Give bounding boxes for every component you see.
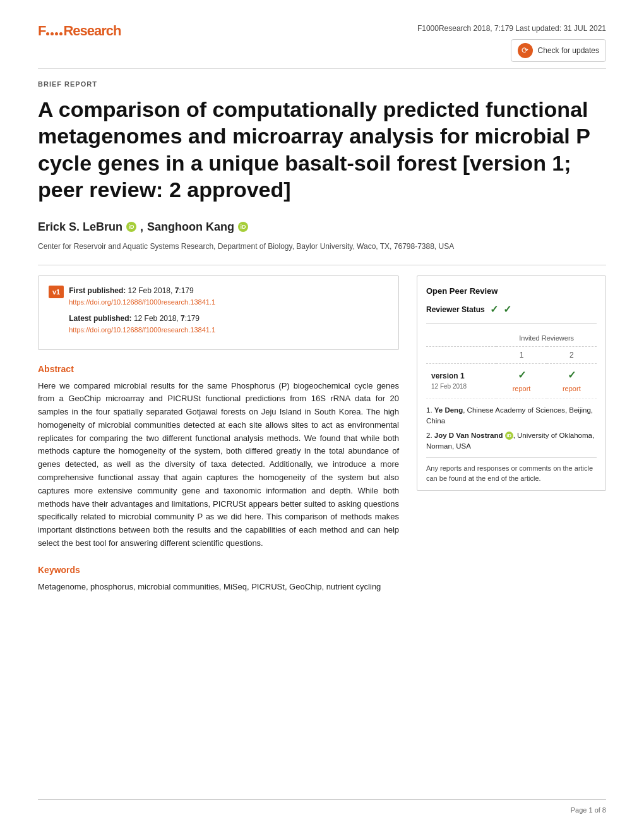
logo-dot-4 — [59, 32, 63, 35]
author-affiliation: Center for Reservoir and Aquatic Systems… — [38, 241, 606, 252]
author-1-orcid-icon[interactable]: iD — [126, 222, 136, 232]
logo-text: F Research — [38, 20, 121, 41]
header-right: F1000Research 2018, 7:179 Last updated: … — [417, 20, 606, 62]
reviewer-table: Invited Reviewers 1 2 version 1 12 F — [426, 330, 597, 399]
author-2-orcid-icon[interactable]: iD — [238, 222, 248, 232]
latest-published-date: 12 Feb 2018, 7:179 — [134, 314, 200, 323]
keywords-text: Metagenome, phosphorus, microbial commun… — [38, 581, 399, 594]
page-header: F Research F1000Research 2018, 7:179 Las… — [38, 20, 606, 69]
version-details: First published: 12 Feb 2018, 7:179 http… — [69, 285, 215, 335]
reviewer-check-2: ✓ — [503, 302, 511, 317]
logo-dot-1 — [46, 32, 49, 35]
col1-report-link[interactable]: report — [513, 385, 531, 392]
first-published-doi[interactable]: https://doi.org/10.12688/f1000research.1… — [69, 298, 215, 306]
logo-dots — [46, 32, 63, 35]
peer-review-title: Open Peer Review — [426, 285, 597, 298]
col2-check-icon: ✓ — [568, 370, 576, 380]
abstract-text: Here we compared microbial results for t… — [38, 380, 399, 550]
abstract-heading: Abstract — [38, 363, 399, 376]
header-meta-text: F1000Research 2018, 7:179 Last updated: … — [417, 20, 606, 34]
table-row: version 1 12 Feb 2018 ✓ report ✓ — [426, 363, 597, 398]
check-updates-label: Check for updates — [538, 45, 599, 56]
col2-check-cell: ✓ report — [547, 363, 597, 398]
check-updates-icon: ⟳ — [518, 43, 533, 58]
main-content: v1 First published: 12 Feb 2018, 7:179 h… — [38, 275, 606, 594]
page-footer: Page 1 of 8 — [38, 799, 606, 816]
first-published-date: 12 Feb 2018, 7:179 — [128, 286, 194, 295]
first-published-label: First published: — [69, 286, 126, 295]
reviewer-check-1: ✓ — [490, 302, 498, 317]
version1-cell: version 1 12 Feb 2018 — [426, 363, 496, 398]
col2-header: 2 — [547, 346, 597, 363]
logo-dot-3 — [55, 32, 58, 35]
version1-date: 12 Feb 2018 — [431, 382, 491, 391]
table-empty-header — [426, 330, 496, 346]
reviewer2-text: 2. Joy D Van Nostrand iD, University of … — [426, 432, 594, 450]
col2-report-link[interactable]: report — [563, 385, 581, 392]
article-title: A comparison of computationally predicte… — [38, 96, 606, 203]
reviewer2-info: 2. Joy D Van Nostrand iD, University of … — [426, 430, 597, 452]
reviewer2-orcid-icon[interactable]: iD — [505, 432, 513, 440]
reviewer1-info: 1. Ye Deng, Chinese Academy of Sciences,… — [426, 405, 597, 427]
keywords-heading: Keywords — [38, 564, 399, 577]
reviewer-status-label: Reviewer Status — [426, 304, 485, 315]
version-box: v1 First published: 12 Feb 2018, 7:179 h… — [38, 275, 399, 350]
authors-line: Erick S. LeBrun iD , Sanghoon Kang iD — [38, 219, 606, 236]
check-updates-badge[interactable]: ⟳ Check for updates — [511, 39, 606, 62]
article-type-label: BRIEF REPORT — [38, 79, 606, 90]
logo-dot-2 — [51, 32, 54, 35]
latest-published-row: Latest published: 12 Feb 2018, 7:179 htt… — [69, 313, 215, 335]
reviewer-status-row: Reviewer Status ✓ ✓ — [426, 302, 597, 324]
author-separator: , — [140, 219, 143, 236]
section-divider — [38, 265, 606, 265]
left-column: v1 First published: 12 Feb 2018, 7:179 h… — [38, 275, 399, 594]
reviewer1-text: 1. Ye Deng, Chinese Academy of Sciences,… — [426, 406, 593, 425]
version1-label: version 1 — [431, 370, 491, 382]
page-number: Page 1 of 8 — [571, 805, 606, 816]
invited-reviewers-header: Invited Reviewers — [496, 330, 597, 346]
version-badge: v1 — [49, 286, 64, 299]
reviewer-note: Any reports and responses or comments on… — [426, 457, 597, 484]
first-published-row: First published: 12 Feb 2018, 7:179 http… — [69, 285, 215, 308]
right-column: Open Peer Review Reviewer Status ✓ ✓ Inv… — [417, 275, 606, 594]
latest-published-doi[interactable]: https://doi.org/10.12688/f1000research.1… — [69, 326, 215, 334]
col1-header: 1 — [496, 346, 546, 363]
author-1-name: Erick S. LeBrun — [38, 219, 122, 236]
table-version-col-header — [426, 346, 496, 363]
col1-check-cell: ✓ report — [496, 363, 546, 398]
col1-check-icon: ✓ — [518, 370, 526, 380]
logo: F Research — [38, 20, 121, 41]
version-header: v1 First published: 12 Feb 2018, 7:179 h… — [49, 285, 388, 335]
latest-published-label: Latest published: — [69, 314, 131, 323]
peer-review-box: Open Peer Review Reviewer Status ✓ ✓ Inv… — [417, 275, 606, 491]
author-2-name: Sanghoon Kang — [147, 219, 234, 236]
